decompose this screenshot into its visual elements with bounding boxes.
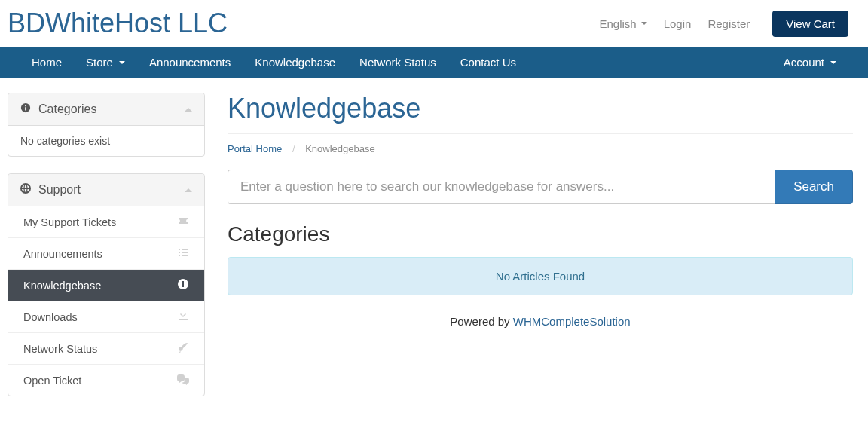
breadcrumb-current: Knowledgebase: [305, 143, 375, 154]
chevron-up-icon: [185, 108, 192, 112]
categories-panel-heading[interactable]: Categories: [8, 93, 204, 126]
support-panel-heading[interactable]: Support: [8, 174, 204, 206]
sidebar-item-label: My Support Tickets: [23, 216, 116, 228]
categories-panel: Categories No categories exist: [8, 93, 205, 157]
sidebar-item-label: Open Ticket: [23, 374, 81, 387]
nav-account[interactable]: Account: [772, 47, 848, 78]
sidebar-item-label: Downloads: [23, 311, 78, 323]
info-circle-icon: [177, 278, 189, 292]
no-categories-text: No categories exist: [8, 126, 204, 156]
no-articles-alert: No Articles Found: [228, 257, 853, 295]
sidebar-item-tickets[interactable]: My Support Tickets: [8, 206, 204, 237]
globe-icon: [20, 183, 31, 197]
nav-account-label: Account: [784, 56, 824, 69]
nav-knowledgebase[interactable]: Knowledgebase: [243, 47, 347, 78]
powered-by-text: Powered by: [450, 315, 512, 328]
nav-network-status[interactable]: Network Status: [347, 47, 448, 78]
nav-announcements[interactable]: Announcements: [137, 47, 243, 78]
register-link[interactable]: Register: [708, 17, 750, 30]
search-button[interactable]: Search: [775, 170, 853, 204]
sidebar-item-label: Knowledgebase: [23, 280, 101, 292]
breadcrumb-home[interactable]: Portal Home: [228, 143, 282, 154]
caret-down-icon: [641, 22, 647, 25]
list-icon: [177, 246, 189, 261]
info-icon: [20, 102, 31, 116]
sidebar-item-open-ticket[interactable]: Open Ticket: [8, 365, 204, 396]
view-cart-button[interactable]: View Cart: [772, 11, 848, 37]
support-title: Support: [38, 183, 81, 197]
sidebar-item-downloads[interactable]: Downloads: [8, 301, 204, 332]
breadcrumb-separator: /: [292, 143, 295, 154]
breadcrumb: Portal Home / Knowledgebase: [228, 133, 853, 170]
sidebar-item-knowledgebase[interactable]: Knowledgebase: [8, 270, 204, 301]
categories-title: Categories: [38, 102, 96, 116]
nav-contact-us[interactable]: Contact Us: [448, 47, 528, 78]
rocket-icon: [177, 341, 189, 356]
sidebar-item-label: Announcements: [23, 248, 102, 260]
nav-store-label: Store: [86, 56, 113, 69]
caret-down-icon: [830, 61, 836, 64]
language-label: English: [599, 17, 636, 30]
nav-home[interactable]: Home: [20, 47, 74, 78]
language-dropdown[interactable]: English: [599, 17, 646, 30]
support-panel: Support My Support Tickets Announcements…: [8, 173, 205, 396]
caret-down-icon: [119, 61, 125, 64]
sidebar-item-network-status[interactable]: Network Status: [8, 333, 204, 364]
chat-icon: [177, 373, 189, 387]
powered-by-link[interactable]: WHMCompleteSolution: [513, 315, 631, 328]
page-title: Knowledgebase: [228, 93, 853, 124]
chevron-up-icon: [185, 188, 192, 192]
sidebar-item-announcements[interactable]: Announcements: [8, 238, 204, 269]
categories-section-title: Categories: [228, 222, 853, 246]
download-icon: [177, 310, 189, 324]
powered-by: Powered by WHMCompleteSolution: [228, 315, 853, 328]
brand-logo[interactable]: BDWhiteHost LLC: [8, 8, 228, 39]
login-link[interactable]: Login: [664, 17, 692, 30]
ticket-icon: [177, 215, 189, 229]
sidebar-item-label: Network Status: [23, 343, 97, 355]
search-input[interactable]: [228, 170, 775, 204]
nav-store[interactable]: Store: [74, 47, 137, 78]
